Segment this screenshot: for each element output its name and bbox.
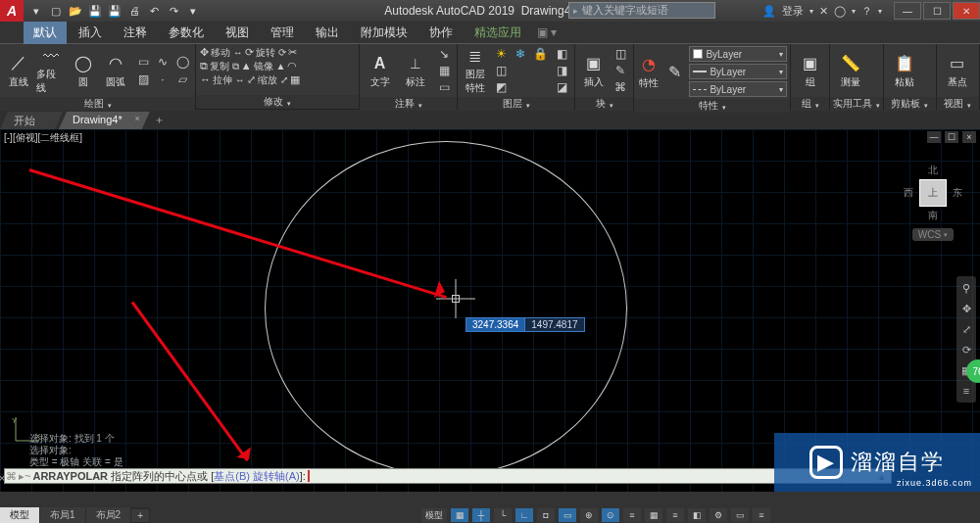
panel-title-annot[interactable]: 注释	[395, 97, 415, 111]
viewcube-n[interactable]: 北	[904, 164, 962, 177]
close-tab-icon[interactable]: ×	[134, 114, 139, 123]
sb-polar-icon[interactable]: ∟	[515, 508, 533, 522]
tab-featured[interactable]: 精选应用	[465, 22, 531, 44]
cmd-close-icon[interactable]: ×	[0, 472, 6, 484]
minimize-button[interactable]: —	[894, 2, 921, 20]
panel-title-draw[interactable]: 绘图	[84, 97, 104, 111]
redo-icon[interactable]: ↷	[167, 4, 180, 18]
tab-addins[interactable]: 附加模块	[351, 22, 417, 44]
viewcube-top[interactable]: 上	[919, 179, 947, 207]
sb-osnap-icon[interactable]: ▭	[559, 508, 576, 522]
viewcube-w[interactable]: 西	[904, 186, 913, 200]
signin-dd-icon[interactable]: ▾	[809, 7, 813, 16]
sb-ortho-icon[interactable]: └	[494, 508, 512, 522]
viewport-label[interactable]: [-][俯视][二维线框]	[4, 131, 82, 145]
polyline-button[interactable]: 〰多段线	[36, 46, 65, 95]
copy-icon[interactable]: ⧉	[200, 60, 208, 73]
lineweight-combo[interactable]: ByLayer	[689, 64, 787, 79]
linetype-combo[interactable]: ByLayer	[689, 81, 787, 97]
panel-title-block[interactable]: 块	[596, 97, 606, 111]
sb-lw-icon[interactable]: ≡	[623, 508, 641, 522]
sb-otrack-icon[interactable]: ⊙	[602, 508, 619, 522]
exchange-icon[interactable]: ✕	[819, 5, 828, 18]
saveas-icon[interactable]: 💾	[108, 4, 122, 18]
layout-model[interactable]: 模型	[0, 507, 39, 523]
paste-button[interactable]: 📋粘贴	[888, 46, 921, 95]
mirror-icon[interactable]: ▲	[241, 60, 252, 73]
arc-button[interactable]: ◠圆弧	[102, 46, 130, 95]
ribbon-expand-icon[interactable]: ▣ ▾	[533, 25, 561, 39]
maximize-button[interactable]: ☐	[923, 2, 951, 20]
sb-menu-icon[interactable]: ≡	[753, 508, 770, 522]
panel-title-clip[interactable]: 剪贴板	[891, 97, 920, 111]
viewcube[interactable]: 北 西 上 东 南 WCS	[904, 164, 962, 241]
stretch-icon[interactable]: ↔	[200, 73, 211, 87]
point-icon[interactable]: ∙	[154, 71, 172, 87]
qat-dd-icon[interactable]: ▾	[186, 4, 200, 18]
viewcube-e[interactable]: 东	[953, 186, 962, 200]
panel-title-props[interactable]: 特性	[699, 99, 718, 113]
sb-iso-icon[interactable]: ◘	[537, 508, 555, 522]
insert-block-button[interactable]: ▣插入	[579, 46, 608, 95]
scale-icon[interactable]: ⤢	[247, 73, 256, 87]
tab-annotate[interactable]: 注释	[114, 22, 157, 44]
basepoint-button[interactable]: ▭基点	[941, 46, 974, 95]
color-combo[interactable]: ByLayer	[689, 46, 787, 62]
sb-sc-icon[interactable]: ◧	[688, 508, 706, 522]
sb-grid-icon[interactable]: ▦	[451, 508, 468, 522]
file-tab-drawing4[interactable]: Drawing4*×	[59, 112, 150, 129]
mtext-icon[interactable]: ▭	[435, 79, 453, 95]
dimension-button[interactable]: ⟂标注	[400, 46, 432, 95]
sb-qp-icon[interactable]: ≡	[666, 508, 684, 522]
file-tab-start[interactable]: 开始	[0, 112, 63, 129]
tab-insert[interactable]: 插入	[69, 22, 112, 44]
create-block-icon[interactable]: ◫	[612, 46, 629, 62]
nav-more-icon[interactable]: ≡	[963, 385, 969, 397]
fillet-icon[interactable]: ◠	[287, 60, 297, 73]
layout-add[interactable]: +	[131, 509, 149, 522]
edit-block-icon[interactable]: ✎	[612, 63, 629, 78]
region-icon[interactable]: ▱	[173, 71, 191, 87]
vp-close-icon[interactable]: ×	[962, 131, 976, 143]
panel-title-util[interactable]: 实用工具	[833, 97, 872, 111]
tab-default[interactable]: 默认	[24, 22, 67, 44]
rect-icon[interactable]: ▭	[134, 54, 152, 70]
tab-parametric[interactable]: 参数化	[159, 22, 214, 44]
panel-title-modify[interactable]: 修改	[264, 95, 283, 109]
help-search-input[interactable]: 键入关键字或短语	[568, 2, 715, 19]
sb-custom-icon[interactable]: ⚙	[710, 508, 727, 522]
trim-icon[interactable]: ✂	[288, 46, 297, 60]
move-icon[interactable]: ✥	[200, 46, 209, 60]
sb-clean-icon[interactable]: ▭	[731, 508, 749, 522]
drawing-area[interactable]: [-][俯视][二维线框] — ☐ × 3247.3364 1497.4817 …	[0, 129, 980, 492]
circle-button[interactable]: ◯圆	[70, 46, 98, 95]
layer-a-icon[interactable]: ◧	[553, 46, 570, 62]
plot-icon[interactable]: 🖨	[127, 4, 141, 18]
cmd-opt-base[interactable]: 基点(B)	[214, 469, 250, 484]
cmd-opt-axis[interactable]: 旋转轴(A)	[253, 469, 300, 484]
signin-icon[interactable]: 👤	[762, 5, 776, 18]
command-line[interactable]: ⌘ ▸~ ARRAYPOLAR 指定阵列的中心点或 [ 基点(B) 旋转轴(A)…	[4, 468, 892, 484]
app-logo[interactable]: A	[0, 0, 24, 22]
viewcube-s[interactable]: 南	[904, 209, 962, 222]
table-icon[interactable]: ▦	[435, 63, 453, 78]
measure-button[interactable]: 📏测量	[834, 46, 867, 95]
sb-snap-icon[interactable]: ┼	[472, 508, 490, 522]
tab-view[interactable]: 视图	[216, 22, 259, 44]
layout-2[interactable]: 布局2	[86, 507, 131, 523]
layer-c-icon[interactable]: ◪	[553, 79, 570, 95]
a360-icon[interactable]: ◯	[834, 5, 846, 18]
help-dd-icon[interactable]: ▾	[878, 7, 882, 16]
hatch-icon[interactable]: ▨	[134, 71, 152, 87]
array-icon[interactable]: ▦	[290, 73, 300, 87]
layer-match-icon[interactable]: ◩	[492, 79, 510, 95]
panel-title-layers[interactable]: 图层	[503, 97, 522, 111]
group-button[interactable]: ▣组	[795, 46, 825, 95]
open-icon[interactable]: 📂	[69, 4, 82, 18]
layout-1[interactable]: 布局1	[40, 507, 85, 523]
navigation-bar[interactable]: ⚲ ✥ ⤢ ⟳ ▦ ≡	[956, 276, 976, 403]
cmdline-handle-icon[interactable]: ⌘	[5, 470, 17, 483]
vp-max-icon[interactable]: ☐	[945, 131, 958, 143]
signin-label[interactable]: 登录	[782, 4, 804, 19]
qat-menu-icon[interactable]: ▾	[29, 4, 43, 18]
